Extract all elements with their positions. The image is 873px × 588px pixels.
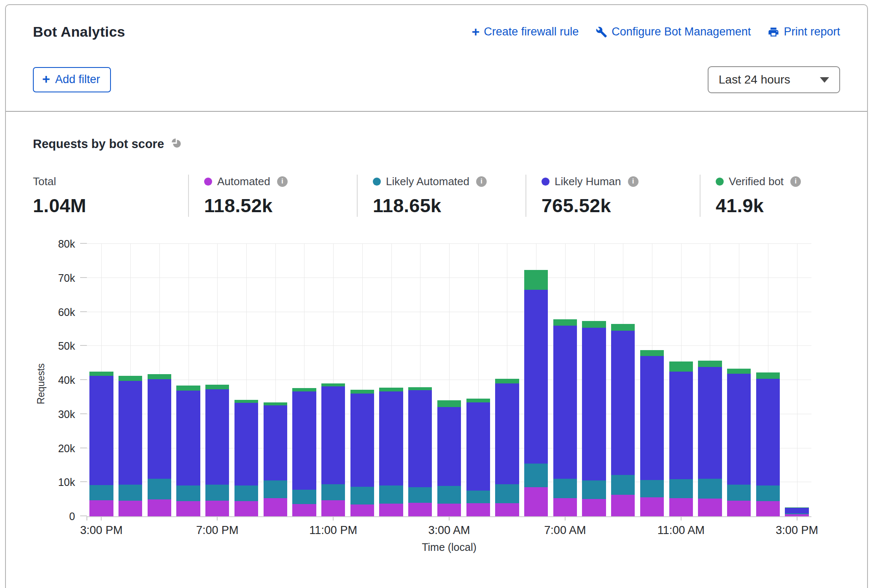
bar-segment-verified-bot[interactable]	[264, 402, 287, 405]
bar-4-00-pm[interactable]	[119, 244, 142, 516]
bar-segment-verified-bot[interactable]	[553, 319, 577, 326]
bar-segment-likely-human[interactable]	[756, 379, 780, 486]
bar-segment-verified-bot[interactable]	[350, 390, 374, 394]
bar-segment-likely-human[interactable]	[234, 403, 258, 486]
bar-8-00-pm[interactable]	[234, 244, 258, 516]
bar-segment-likely-automated[interactable]	[466, 491, 490, 504]
bar-segment-verified-bot[interactable]	[669, 361, 693, 372]
bar-segment-verified-bot[interactable]	[756, 372, 780, 379]
bar-2-00-am[interactable]	[408, 244, 432, 516]
bar-11-00-am[interactable]	[669, 244, 693, 516]
bar-1-00-am[interactable]	[379, 244, 403, 516]
bar-segment-likely-automated[interactable]	[727, 485, 751, 501]
bar-segment-likely-automated[interactable]	[640, 480, 664, 497]
bar-segment-verified-bot[interactable]	[524, 270, 548, 290]
bar-segment-automated[interactable]	[669, 498, 693, 516]
bar-segment-verified-bot[interactable]	[698, 361, 722, 367]
bar-7-00-pm[interactable]	[205, 244, 229, 516]
bar-1-00-pm[interactable]	[727, 244, 751, 516]
bar-segment-automated[interactable]	[553, 498, 577, 516]
info-icon[interactable]: i	[790, 176, 801, 187]
print-report-link[interactable]: Print report	[768, 25, 840, 38]
bar-5-00-am[interactable]	[495, 244, 519, 516]
bar-10-00-pm[interactable]	[292, 244, 316, 516]
bar-3-00-pm[interactable]	[785, 244, 808, 516]
bar-segment-likely-automated[interactable]	[119, 485, 142, 501]
bar-segment-automated[interactable]	[234, 501, 258, 516]
bar-3-00-pm[interactable]	[89, 244, 113, 516]
bar-segment-verified-bot[interactable]	[148, 374, 171, 379]
bar-9-00-am[interactable]	[611, 244, 635, 516]
bar-segment-likely-human[interactable]	[292, 391, 316, 490]
bar-segment-likely-automated[interactable]	[524, 464, 548, 488]
add-filter-button[interactable]: + Add filter	[33, 67, 111, 92]
bar-12-00-pm[interactable]	[698, 244, 722, 516]
bar-4-00-am[interactable]	[466, 244, 490, 516]
bar-6-00-am[interactable]	[524, 244, 548, 516]
bar-segment-likely-automated[interactable]	[176, 486, 200, 501]
bar-segment-likely-automated[interactable]	[264, 480, 287, 498]
bar-segment-likely-human[interactable]	[379, 391, 403, 486]
bar-segment-automated[interactable]	[698, 499, 722, 516]
bar-segment-automated[interactable]	[321, 500, 345, 516]
bar-segment-verified-bot[interactable]	[611, 324, 635, 331]
bar-segment-verified-bot[interactable]	[176, 386, 200, 391]
bar-10-00-am[interactable]	[640, 244, 664, 516]
bar-segment-likely-automated[interactable]	[611, 475, 635, 495]
bar-segment-likely-automated[interactable]	[437, 486, 461, 504]
bar-3-00-am[interactable]	[437, 244, 461, 516]
bar-segment-likely-human[interactable]	[640, 356, 664, 480]
bar-segment-likely-automated[interactable]	[582, 480, 606, 499]
bar-segment-automated[interactable]	[89, 500, 113, 516]
info-icon[interactable]: i	[628, 176, 639, 187]
info-icon[interactable]: i	[277, 176, 288, 187]
bar-segment-likely-human[interactable]	[148, 379, 171, 479]
bar-segment-likely-human[interactable]	[437, 407, 461, 486]
bar-segment-likely-automated[interactable]	[321, 484, 345, 500]
configure-bot-management-link[interactable]: Configure Bot Management	[595, 25, 751, 38]
bar-segment-likely-automated[interactable]	[205, 485, 229, 501]
bar-11-00-pm[interactable]	[321, 244, 345, 516]
bar-segment-verified-bot[interactable]	[408, 387, 432, 390]
bar-segment-automated[interactable]	[148, 499, 171, 516]
bar-12-00-am[interactable]	[350, 244, 374, 516]
bar-segment-likely-human[interactable]	[495, 383, 519, 484]
bar-segment-automated[interactable]	[727, 501, 751, 516]
bar-segment-automated[interactable]	[524, 487, 548, 516]
bar-segment-automated[interactable]	[264, 498, 287, 516]
bar-segment-likely-human[interactable]	[321, 386, 345, 485]
bar-5-00-pm[interactable]	[148, 244, 171, 516]
bar-segment-verified-bot[interactable]	[205, 385, 229, 389]
bar-segment-likely-automated[interactable]	[89, 485, 113, 500]
bar-segment-verified-bot[interactable]	[379, 388, 403, 391]
bar-segment-likely-human[interactable]	[89, 376, 113, 485]
bar-segment-likely-human[interactable]	[264, 405, 287, 480]
bar-segment-automated[interactable]	[495, 503, 519, 516]
bar-segment-verified-bot[interactable]	[119, 376, 142, 380]
bar-segment-likely-human[interactable]	[176, 391, 200, 486]
bar-segment-automated[interactable]	[119, 501, 142, 516]
bar-segment-automated[interactable]	[785, 514, 808, 516]
bar-segment-automated[interactable]	[350, 504, 374, 516]
bar-segment-verified-bot[interactable]	[234, 400, 258, 403]
bar-segment-automated[interactable]	[756, 501, 780, 516]
bar-segment-verified-bot[interactable]	[495, 379, 519, 383]
bar-segment-likely-human[interactable]	[205, 389, 229, 485]
bar-segment-automated[interactable]	[640, 497, 664, 516]
bar-segment-verified-bot[interactable]	[640, 350, 664, 356]
bar-segment-automated[interactable]	[379, 504, 403, 516]
bar-segment-likely-automated[interactable]	[698, 479, 722, 499]
bar-segment-likely-automated[interactable]	[553, 479, 577, 498]
bar-segment-automated[interactable]	[205, 501, 229, 516]
bar-7-00-am[interactable]	[553, 244, 577, 516]
bar-segment-automated[interactable]	[408, 503, 432, 516]
bar-segment-verified-bot[interactable]	[466, 399, 490, 402]
bar-segment-likely-human[interactable]	[553, 326, 577, 479]
bar-segment-automated[interactable]	[176, 501, 200, 516]
bar-2-00-pm[interactable]	[756, 244, 780, 516]
bar-8-00-am[interactable]	[582, 244, 606, 516]
bar-segment-verified-bot[interactable]	[582, 321, 606, 328]
bar-segment-likely-human[interactable]	[785, 508, 808, 513]
bar-segment-automated[interactable]	[437, 504, 461, 516]
bar-segment-likely-human[interactable]	[727, 374, 751, 484]
